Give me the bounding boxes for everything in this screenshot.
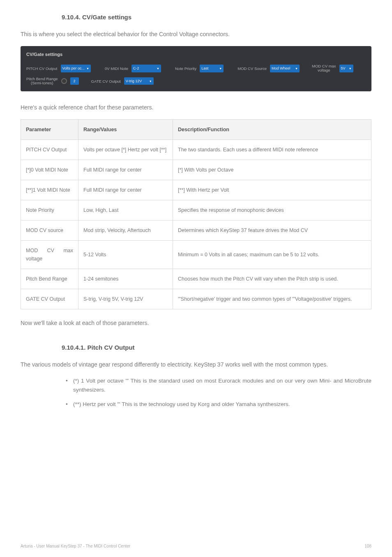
section-heading: 9.10.4. CV/Gate settings [62,12,371,22]
table-cell: [*]0 Volt MIDI Note [21,160,78,180]
table-row: Pitch Bend Range 1-24 semitones Chooses … [21,269,371,289]
table-cell: GATE CV Output [21,289,78,309]
zero-v-midi-note-value: C-2 [133,65,139,71]
mod-cv-max-voltage-value: 5V [341,65,346,71]
table-cell: [**] With Hertz per Volt [173,180,371,200]
table-row: [**]1 Volt MIDI Note Full MIDI range for… [21,180,371,200]
pitch-cv-output-label: PITCH CV Output [26,65,58,72]
subsection-heading: 9.10.4.1. Pitch CV Output [62,343,371,353]
mod-cv-source-label: MOD CV Source [238,65,267,72]
zero-v-midi-note-label: 0V MIDI Note [105,65,128,72]
caret-down-icon: ▼ [349,66,352,71]
cv-panel-row-1: PITCH CV Output Volts per oc... ▼ 0V MID… [26,64,366,73]
footer-left-text: Arturia - User Manual KeyStep 37 - The M… [21,543,130,550]
mod-cv-max-voltage-label: MOD CV maxvoltage [312,64,336,73]
table-row: MOD CV max voltage 5-12 Volts Minimum = … [21,241,371,269]
gate-cv-output-label: GATE CV Output [91,78,121,84]
table-cell: S-trig, V-trig 5V, V-trig 12V [78,289,173,309]
list-item: (**) Hertz per volt '" This is the techn… [66,400,371,409]
table-cell: [*] With Volts per Octave [173,160,371,180]
table-header-description: Description/Function [173,120,371,140]
after-table-paragraph: Now we'll take a look at each of those p… [21,318,371,327]
table-cell: 1-24 semitones [78,269,173,289]
table-cell: PITCH CV Output [21,140,78,160]
table-header-range: Range/Values [78,120,173,140]
table-cell: Full MIDI range for center [78,160,173,180]
bullet-list: (*) 1 Volt per octave '" This is the sta… [21,376,371,409]
caret-down-icon: ▼ [149,79,152,84]
parameters-table: Parameter Range/Values Description/Funct… [21,119,371,309]
caret-down-icon: ▼ [295,66,298,71]
pitch-bend-range-value[interactable]: 2 [70,77,79,85]
pitch-bend-range-knob[interactable] [61,78,67,84]
table-cell: Low, High, Last [78,200,173,220]
list-item: (*) 1 Volt per octave '" This is the sta… [66,376,371,394]
table-cell: The two standards. Each uses a different… [173,140,371,160]
table-row: PITCH CV Output Volts per octave [*] Her… [21,140,371,160]
table-cell: Volts per octave [*] Hertz per volt [**] [78,140,173,160]
ref-chart-intro: Here's a quick reference chart for these… [21,103,371,112]
table-cell: Full MIDI range for center [78,180,173,200]
caret-down-icon: ▼ [86,66,89,71]
table-cell: Determines which KeyStep 37 feature driv… [173,220,371,241]
table-row: MOD CV source Mod strip, Velocity, After… [21,220,371,241]
pitch-cv-output-select[interactable]: Volts per oc... ▼ [61,65,91,72]
note-priority-label: Note Priority [175,65,196,72]
table-header-row: Parameter Range/Values Description/Funct… [21,120,371,140]
mod-cv-max-voltage-select[interactable]: 5V ▼ [339,65,353,72]
page-footer: Arturia - User Manual KeyStep 37 - The M… [21,543,371,550]
gate-cv-output-select[interactable]: V-trig 12V ▼ [124,77,154,85]
gate-cv-output-value: V-trig 12V [126,78,142,84]
zero-v-midi-note-select[interactable]: C-2 ▼ [131,65,161,72]
table-cell: Note Priority [21,200,78,220]
caret-down-icon: ▼ [157,66,159,71]
table-cell: Specifies the response of monophonic dev… [173,200,371,220]
table-row: GATE CV Output S-trig, V-trig 5V, V-trig… [21,289,371,309]
table-cell: Minimum = 0 Volts in all cases; maximum … [173,241,371,269]
table-header-parameter: Parameter [21,120,78,140]
table-row: Note Priority Low, High, Last Specifies … [21,200,371,220]
caret-down-icon: ▼ [219,66,222,71]
footer-page-number: 108 [364,543,371,550]
table-cell: MOD CV max voltage [21,241,78,269]
intro-paragraph: This is where you select the electrical … [21,30,371,39]
pitch-cv-output-value: Volts per oc... [62,65,85,71]
table-row: [*]0 Volt MIDI Note Full MIDI range for … [21,160,371,180]
table-cell: Mod strip, Velocity, Aftertouch [78,220,173,241]
cv-gate-settings-panel: CV/Gate settings PITCH CV Output Volts p… [21,46,371,91]
cv-panel-title: CV/Gate settings [26,51,366,58]
table-cell: Pitch Bend Range [21,269,78,289]
cv-panel-row-2: Pitch Bend Range(Semi-tones) 2 GATE CV O… [26,77,366,86]
table-cell: [**]1 Volt MIDI Note [21,180,78,200]
sub-intro-paragraph: The various models of vintage gear respo… [21,360,371,369]
table-cell: Chooses how much the Pitch CV will vary … [173,269,371,289]
table-cell: '"Short/negative' trigger and two common… [173,289,371,309]
mod-cv-source-value: Mod Wheel [272,65,291,71]
note-priority-value: Last [201,65,208,71]
table-cell: 5-12 Volts [78,241,173,269]
pitch-bend-range-label: Pitch Bend Range(Semi-tones) [26,77,58,86]
note-priority-select[interactable]: Last ▼ [200,65,224,72]
table-cell: MOD CV source [21,220,78,241]
mod-cv-source-select[interactable]: Mod Wheel ▼ [270,65,300,72]
